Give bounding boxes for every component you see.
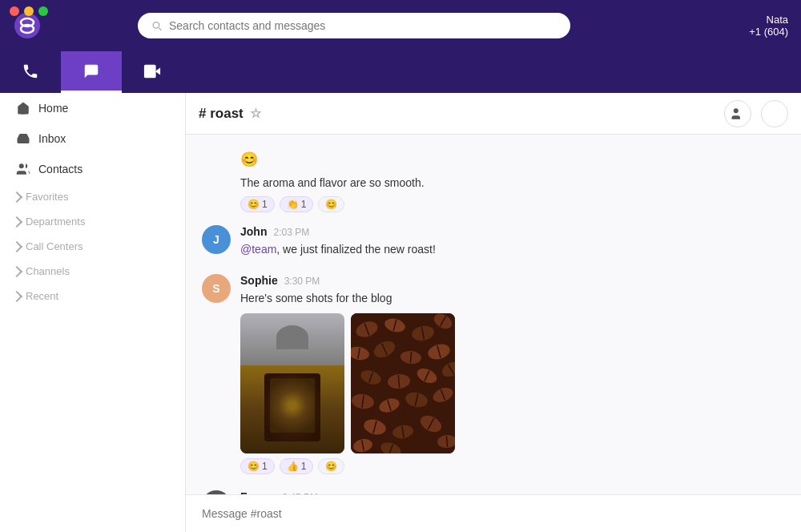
coffee-image-1[interactable] bbox=[240, 313, 344, 453]
message-block-prev: 😊 The aroma and flavor are so smooth. 😊 … bbox=[202, 147, 785, 212]
traffic-light-yellow[interactable] bbox=[24, 6, 34, 16]
sidebar-section-recent-label: Recent bbox=[26, 290, 58, 302]
sidebar-section-departments-label: Departments bbox=[26, 216, 85, 228]
avatar-john: J bbox=[202, 225, 231, 254]
message-header-john: John 2:03 PM bbox=[240, 225, 785, 238]
tab-chat[interactable] bbox=[61, 51, 122, 93]
reaction-smile[interactable]: 😊 1 bbox=[240, 196, 275, 212]
sidebar: Home Inbox Contacts Favorites Department… bbox=[0, 93, 186, 532]
sidebar-item-contacts[interactable]: Contacts bbox=[0, 154, 185, 184]
reaction-add-sophie[interactable]: 😊 bbox=[318, 458, 344, 474]
message-time-john: 2:03 PM bbox=[273, 227, 309, 238]
coffee-beans-svg bbox=[351, 313, 455, 453]
message-text-sophie: Here's some shots for the blog bbox=[240, 290, 785, 307]
star-icon[interactable]: ☆ bbox=[250, 106, 261, 121]
user-phone: +1 (604) bbox=[749, 26, 788, 38]
message-input[interactable] bbox=[202, 507, 785, 520]
message-header-sophie: Sophie 3:30 PM bbox=[240, 274, 785, 287]
search-input[interactable] bbox=[169, 19, 557, 32]
analytics-button[interactable] bbox=[761, 100, 788, 127]
mention-team: @team bbox=[240, 243, 276, 256]
reaction-thumbsup-sophie[interactable]: 👍 1 bbox=[280, 458, 314, 474]
inbox-icon bbox=[16, 131, 30, 146]
user-name: Nata bbox=[749, 14, 788, 26]
topbar: Nata +1 (604) bbox=[0, 0, 801, 51]
sidebar-item-home-label: Home bbox=[38, 102, 68, 115]
chat-header: # roast ☆ bbox=[186, 93, 801, 135]
message-row-john: J John 2:03 PM @team, we just finalized … bbox=[202, 225, 785, 258]
message-text: The aroma and flavor are so smooth. bbox=[240, 175, 785, 191]
chevron-icon bbox=[11, 290, 22, 301]
message-row-sophie: S Sophie 3:30 PM Here's some shots for t… bbox=[202, 274, 785, 474]
message-reactions-sophie: 😊 1 👍 1 😊 bbox=[240, 458, 785, 474]
message-input-bar bbox=[186, 494, 801, 532]
avatar-sophie: S bbox=[202, 274, 231, 303]
phone-icon bbox=[22, 62, 39, 80]
sidebar-section-departments[interactable]: Departments bbox=[0, 209, 185, 234]
search-bar[interactable] bbox=[138, 13, 570, 38]
home-icon bbox=[16, 101, 30, 115]
message-content-sophie: Sophie 3:30 PM Here's some shots for the… bbox=[240, 274, 785, 474]
emoji-reaction: 😊 bbox=[240, 147, 785, 175]
reaction-add[interactable]: 😊 bbox=[318, 196, 344, 212]
sidebar-section-favorites[interactable]: Favorites bbox=[0, 184, 185, 209]
sidebar-section-favorites-label: Favorites bbox=[26, 191, 68, 203]
chat-icon bbox=[83, 62, 100, 80]
sidebar-section-channels[interactable]: Channels bbox=[0, 259, 185, 284]
chevron-icon bbox=[11, 265, 22, 276]
svg-point-4 bbox=[734, 108, 739, 113]
chat-area: # roast ☆ 😊 The aroma and flavor are so … bbox=[186, 93, 801, 532]
coffee-image-2[interactable] bbox=[351, 313, 455, 453]
sidebar-item-contacts-label: Contacts bbox=[38, 163, 83, 175]
tab-phone[interactable] bbox=[0, 51, 61, 93]
channel-name: # roast bbox=[199, 106, 244, 122]
chart-icon bbox=[767, 107, 782, 121]
message-reactions: 😊 1 👏 1 😊 bbox=[240, 196, 785, 212]
chevron-icon bbox=[11, 191, 22, 202]
image-grid bbox=[240, 313, 785, 453]
channel-title: # roast ☆ bbox=[199, 106, 261, 122]
sender-name-john: John bbox=[240, 225, 267, 238]
contacts-icon bbox=[16, 162, 30, 176]
sidebar-item-inbox-label: Inbox bbox=[38, 132, 66, 145]
sender-name-sophie: Sophie bbox=[240, 274, 278, 287]
chat-header-actions bbox=[724, 100, 788, 127]
messages-list: 😊 The aroma and flavor are so smooth. 😊 … bbox=[186, 135, 801, 494]
svg-point-3 bbox=[19, 163, 24, 168]
add-person-icon bbox=[731, 107, 745, 121]
sidebar-item-inbox[interactable]: Inbox bbox=[0, 123, 185, 154]
traffic-light-red[interactable] bbox=[10, 6, 19, 16]
reaction-smile-sophie[interactable]: 😊 1 bbox=[240, 458, 275, 474]
tab-video[interactable] bbox=[122, 51, 183, 93]
message-time-sophie: 3:30 PM bbox=[284, 276, 320, 287]
nav-tabs bbox=[0, 51, 801, 93]
sidebar-item-home[interactable]: Home bbox=[0, 93, 185, 123]
reaction-clap[interactable]: 👏 1 bbox=[280, 196, 314, 212]
search-icon bbox=[151, 19, 163, 32]
sidebar-section-channels-label: Channels bbox=[26, 265, 70, 277]
main: Home Inbox Contacts Favorites Department… bbox=[0, 93, 801, 532]
sidebar-section-recent[interactable]: Recent bbox=[0, 284, 185, 308]
message-text-john: @team, we just finalized the new roast! bbox=[240, 241, 785, 258]
sidebar-section-call-centers[interactable]: Call Centers bbox=[0, 234, 185, 259]
sidebar-section-call-centers-label: Call Centers bbox=[26, 240, 83, 252]
topbar-user: Nata +1 (604) bbox=[749, 14, 788, 38]
message-content-john: John 2:03 PM @team, we just finalized th… bbox=[240, 225, 785, 258]
traffic-lights bbox=[0, 0, 58, 22]
chevron-icon bbox=[11, 216, 22, 227]
video-icon bbox=[143, 62, 161, 80]
chevron-icon bbox=[11, 240, 22, 252]
add-member-button[interactable] bbox=[724, 100, 751, 127]
traffic-light-green[interactable] bbox=[38, 6, 48, 16]
